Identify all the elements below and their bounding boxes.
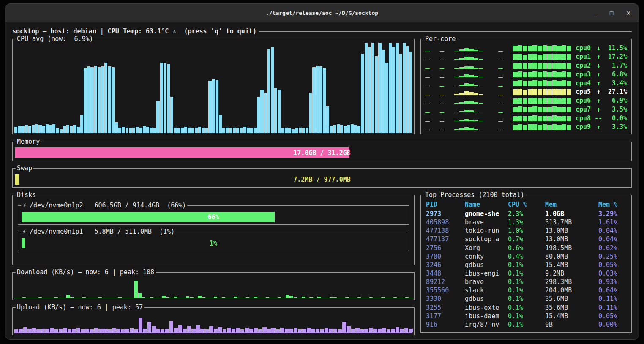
chart-bar	[552, 80, 557, 86]
chart-bar	[479, 121, 483, 121]
disk-usage-fill: 66%	[22, 212, 275, 222]
process-row[interactable]: 477137socktop_a0.7%13.0MB0.04%	[426, 235, 628, 243]
chart-bar	[73, 125, 76, 133]
disk-item-nvme0n1p2: ⚡ /dev/nvme0n1p2 606.5GB / 914.4GB (66%)…	[18, 205, 409, 225]
process-row[interactable]: 3177ibus-daem0.1%15.4MB0.05%	[426, 312, 628, 320]
process-table: PID Name CPU % Mem Mem % 2973gnome-she2.…	[426, 200, 628, 329]
disk-usage-bar: 1% 1%	[22, 238, 405, 248]
chart-bar	[254, 128, 257, 133]
chart-bar	[340, 125, 343, 133]
chart-bar	[316, 66, 319, 134]
core-sparkline	[425, 80, 571, 86]
core-sparkline	[425, 71, 571, 77]
chart-bar	[19, 329, 22, 332]
column-header-mem-pct: Mem %	[598, 200, 628, 209]
chart-bar	[66, 295, 70, 298]
chart-bar	[351, 329, 355, 332]
chart-bar	[364, 329, 368, 332]
chart-bar	[479, 130, 483, 130]
memory-panel: Memory 17.0GB / 31.2GB 17.0GB / 31.2GB	[12, 142, 632, 161]
chart-bar	[385, 63, 388, 133]
chart-bar	[523, 107, 527, 112]
chart-bar	[562, 98, 567, 104]
chart-bar	[518, 80, 523, 86]
chart-bar	[547, 72, 552, 77]
chart-bar	[464, 66, 469, 69]
core-row-cpu9: cpu9↑3.3%	[425, 123, 627, 131]
process-row[interactable]: 2756Xorg0.6%198.5MB0.62%	[426, 244, 628, 252]
chart-bar	[459, 128, 464, 130]
chart-bar	[267, 329, 271, 332]
disks-title: Disks	[16, 191, 37, 199]
trend-arrow-icon: --	[595, 115, 602, 122]
chart-bar	[187, 326, 191, 332]
process-row[interactable]: 3780conky0.4%80.0MB0.25%	[426, 252, 628, 261]
chart-bar	[77, 127, 80, 133]
chart-bar	[543, 89, 547, 95]
disk-usage-label: 1%	[22, 238, 405, 248]
process-row[interactable]: 3246gdbus0.1%15.4MB0.05%	[426, 261, 628, 269]
process-row[interactable]: 405898brave1.3%513.7MB1.61%	[426, 218, 628, 227]
download-chart	[14, 281, 412, 298]
minimize-icon[interactable]: –	[594, 4, 597, 22]
chart-bar	[285, 329, 289, 332]
upload-panel: Upload (KB/s) — now: 6 | peak: 57	[12, 307, 415, 335]
chart-bar	[528, 116, 532, 121]
process-row[interactable]: 2973gnome-she2.3%1.0GB3.29%	[426, 210, 628, 218]
core-row-cpu8: cpu8--0.0%	[425, 115, 627, 122]
chart-bar	[323, 68, 326, 133]
chart-bar	[547, 54, 552, 60]
cpu-avg-title: CPU avg (now: 6.9%)	[16, 35, 95, 43]
process-row[interactable]: 3330gdbus0.1%35.6MB0.11%	[426, 295, 628, 303]
chart-bar	[547, 116, 552, 122]
titlebar[interactable]: ./target/release/soc ~/D/G/socktop – □ ✕	[5, 4, 639, 22]
chart-bar	[94, 66, 97, 134]
top-processes-panel: Top Processes (2100 total) PID Name CPU …	[420, 195, 632, 333]
close-icon[interactable]: ✕	[626, 4, 631, 22]
chart-bar	[425, 68, 430, 69]
chart-bar	[538, 55, 542, 60]
chart-bar	[219, 115, 222, 133]
chart-bar	[345, 297, 349, 298]
chart-bar	[464, 57, 469, 60]
chart-bar	[98, 297, 101, 298]
process-table-header: PID Name CPU % Mem Mem %	[426, 200, 628, 209]
chart-bar	[474, 112, 479, 113]
chart-bar	[233, 128, 236, 133]
chart-bar	[326, 106, 329, 133]
process-row[interactable]: 355560slack0.1%204.0MB0.64%	[426, 286, 628, 295]
chart-bar	[56, 128, 59, 133]
trend-arrow-icon: ↑	[595, 71, 602, 78]
disk-usage-fill: 1%	[22, 238, 25, 248]
chart-bar	[382, 50, 385, 133]
chart-bar	[156, 101, 159, 133]
chart-bar	[38, 125, 41, 133]
chart-bar	[103, 329, 107, 332]
chart-bar	[474, 76, 479, 77]
chart-bar	[164, 63, 166, 133]
chart-bar	[479, 112, 483, 112]
chart-bar	[139, 318, 142, 332]
download-title: Download (KB/s) — now: 6 | peak: 108	[16, 268, 156, 276]
chart-bar	[518, 89, 523, 95]
chart-bar	[369, 297, 373, 298]
chart-bar	[108, 66, 111, 133]
maximize-icon[interactable]: □	[610, 4, 613, 22]
disk-label: /dev/nvme0n1p2 606.5GB / 914.4GB (66%)	[30, 202, 186, 209]
chart-bar	[459, 76, 464, 77]
chart-bar	[538, 125, 542, 130]
chart-bar	[202, 297, 205, 298]
chart-bar	[518, 54, 523, 60]
process-row[interactable]: 3448ibus-engi0.1%9.2MB0.03%	[426, 269, 628, 278]
process-row[interactable]: 916irq/87-nv0.1%0B0.00%	[426, 320, 628, 329]
memory-title: Memory	[16, 138, 41, 145]
process-row[interactable]: 89212brave0.1%298.3MB0.93%	[426, 278, 628, 286]
chart-bar	[552, 115, 557, 121]
chart-bar	[209, 326, 213, 332]
chart-bar	[538, 63, 542, 68]
chart-bar	[392, 47, 395, 133]
chart-bar	[552, 124, 557, 130]
chart-bar	[280, 328, 284, 332]
process-row[interactable]: 477138tokio-run1.0%13.0MB0.04%	[426, 227, 628, 235]
process-row[interactable]: 3255ibus-exte0.1%35.6MB0.11%	[426, 303, 628, 312]
